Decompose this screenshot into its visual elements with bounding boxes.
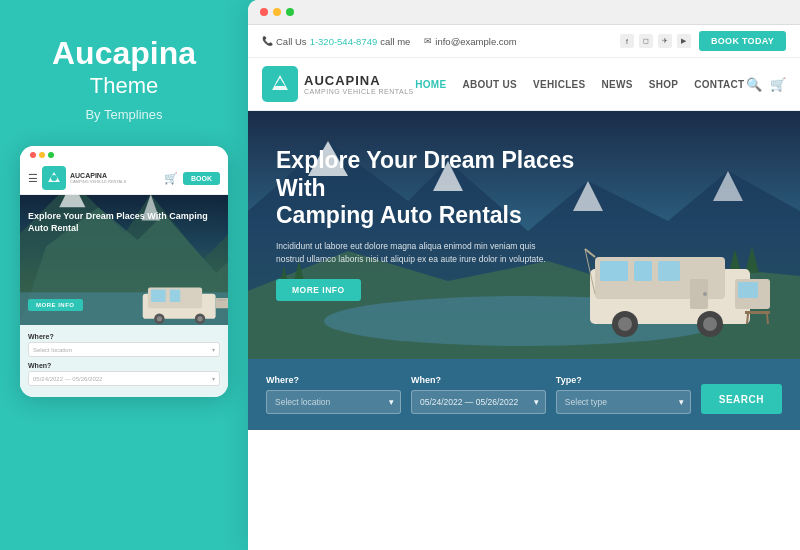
site-nav-icons: 🔍 🛒 [746,77,786,92]
where-label: Where? [266,375,401,385]
mobile-nav: ☰ AUCAPINA CAMPING VEHICLE RENTALS 🛒 BOO… [20,162,228,195]
mobile-where-field: Where? Select location ▾ [28,333,220,357]
nav-link-vehicles[interactable]: VEHICLES [533,79,585,90]
mobile-dot-red [30,152,36,158]
topbar-call-prefix: Call Us [276,36,307,47]
mobile-hero: Explore Your Dream Places With Camping A… [20,195,228,325]
logo-sub: CAMPING VEHICLE RENTALS [304,88,414,95]
when-label: When? [411,375,546,385]
youtube-icon[interactable]: ▶ [677,34,691,48]
nav-link-shop[interactable]: SHOP [649,79,679,90]
left-panel: Aucapina Theme By Templines ☰ AUCAPINA [0,0,248,550]
site-hero: Explore Your Dream Places WithCamping Au… [248,111,800,359]
mobile-where-chevron: ▾ [212,346,215,353]
mobile-when-label: When? [28,362,220,369]
svg-point-15 [197,316,202,321]
hero-title: Explore Your Dream Places WithCamping Au… [276,147,606,230]
browser-dot-yellow[interactable] [273,8,281,16]
mobile-more-info-button[interactable]: MORE INFO [28,299,83,311]
browser-dot-green[interactable] [286,8,294,16]
mobile-when-field: When? 05/24/2022 — 05/26/2022 ▾ [28,362,220,386]
svg-rect-11 [170,290,180,303]
svg-rect-10 [151,290,166,303]
mobile-where-label: Where? [28,333,220,340]
type-label: Type? [556,375,691,385]
mobile-search: Where? Select location ▾ When? 05/24/202… [20,325,228,397]
instagram-icon[interactable]: ◻ [639,34,653,48]
nav-link-news[interactable]: NEWS [602,79,633,90]
book-today-button[interactable]: BOOK TODAY [699,31,786,51]
site-topbar: 📞 Call Us 1-320-544-8749 call me ✉ info@… [248,25,800,58]
brand-subtitle: Theme [90,73,158,99]
svg-rect-37 [658,261,680,281]
svg-line-49 [747,314,748,324]
browser-dot-red[interactable] [260,8,268,16]
mobile-where-placeholder: Select location [33,347,72,353]
hero-more-info-button[interactable]: MORE INFO [276,279,361,301]
topbar-phone[interactable]: 1-320-544-8749 [310,36,378,47]
mobile-logo-sub: CAMPING VEHICLE RENTALS [70,179,126,184]
search-icon[interactable]: 🔍 [746,77,762,92]
topbar-phone-area: 📞 Call Us 1-320-544-8749 call me [262,36,410,47]
search-when-field: When? 05/24/2022 — 05/26/2022 ▾ [411,375,546,414]
svg-rect-48 [745,311,770,314]
svg-rect-45 [738,282,758,298]
site-nav-links: HOME ABOUT US VEHICLES NEWS SHOP CONTACT [415,79,744,90]
where-select-wrapper: Select location ▾ [266,390,401,414]
svg-rect-16 [216,298,228,308]
topbar-callme[interactable]: call me [380,36,410,47]
mobile-logo-text: AUCAPINA [70,172,126,179]
svg-point-13 [157,316,162,321]
when-select[interactable]: 05/24/2022 — 05/26/2022 [411,390,546,414]
brand-title: Aucapina [52,36,196,71]
search-button[interactable]: SEARCH [701,384,782,414]
site-logo: AUCAPINA CAMPING VEHICLE RENTALS [262,66,414,102]
svg-point-39 [703,292,707,296]
site-nav: AUCAPINA CAMPING VEHICLE RENTALS HOME AB… [248,58,800,111]
site-hero-content: Explore Your Dream Places WithCamping Au… [276,147,606,301]
svg-rect-36 [634,261,652,281]
hero-description: Incididunt ut labore eut dolore magna al… [276,240,566,266]
svg-point-43 [703,317,717,331]
search-type-field: Type? Select type ▾ [556,375,691,414]
mobile-when-chevron: ▾ [212,375,215,382]
mobile-dot-green [48,152,54,158]
mobile-when-select[interactable]: 05/24/2022 — 05/26/2022 ▾ [28,371,220,386]
mobile-logo-icon [42,166,66,190]
by-text: By Templines [85,107,162,122]
mobile-book-button[interactable]: BOOK [183,172,220,185]
svg-point-41 [618,317,632,331]
logo-text: AUCAPINA [304,73,414,88]
mobile-dot-yellow [39,152,45,158]
where-select[interactable]: Select location [266,390,401,414]
site-searchbar: Where? Select location ▾ When? 05/24/202… [248,359,800,430]
search-where-field: Where? Select location ▾ [266,375,401,414]
mobile-when-value: 05/24/2022 — 05/26/2022 [33,376,102,382]
nav-link-contact[interactable]: CONTACT [694,79,744,90]
svg-point-1 [51,175,57,181]
topbar-email-area: ✉ info@example.com [424,36,516,47]
mobile-mockup: ☰ AUCAPINA CAMPING VEHICLE RENTALS 🛒 BOO… [20,146,228,397]
browser-chrome [248,0,800,25]
cart-icon[interactable]: 🛒 [770,77,786,92]
mobile-top-bar [20,146,228,162]
topbar-email[interactable]: info@example.com [435,36,516,47]
type-select[interactable]: Select type [556,390,691,414]
when-select-wrapper: 05/24/2022 — 05/26/2022 ▾ [411,390,546,414]
mobile-where-select[interactable]: Select location ▾ [28,342,220,357]
email-icon: ✉ [424,36,432,46]
nav-link-home[interactable]: HOME [415,79,446,90]
svg-line-50 [767,314,768,324]
facebook-icon[interactable]: f [620,34,634,48]
type-select-wrapper: Select type ▾ [556,390,691,414]
topbar-left: 📞 Call Us 1-320-544-8749 call me ✉ info@… [262,36,517,47]
nav-link-about[interactable]: ABOUT US [462,79,517,90]
right-panel: 📞 Call Us 1-320-544-8749 call me ✉ info@… [248,0,800,550]
mobile-hero-text: Explore Your Dream Places With Camping A… [28,211,220,234]
telegram-icon[interactable]: ✈ [658,34,672,48]
topbar-social: f ◻ ✈ ▶ [620,34,691,48]
phone-icon: 📞 [262,36,273,46]
logo-icon [262,66,298,102]
